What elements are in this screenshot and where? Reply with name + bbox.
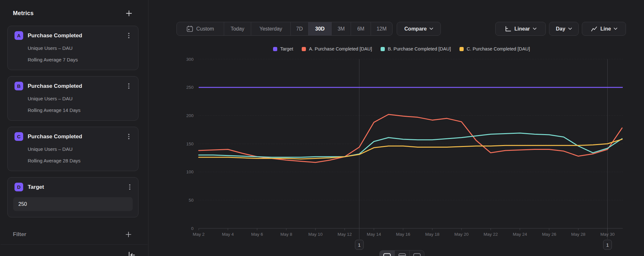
y-axis-label: 300 (186, 57, 194, 62)
chart-type-label: Line (601, 26, 611, 32)
metric-rolling-average: Rolling Average 28 Days (28, 158, 132, 163)
x-axis-label: May 28 (571, 232, 585, 237)
range-option-3m[interactable]: 3M (331, 22, 351, 35)
x-axis-label: May 12 (337, 232, 352, 237)
range-option-label: 6M (357, 26, 364, 32)
chart-type-selector-button[interactable]: Line (582, 22, 626, 36)
x-axis-label: May 10 (308, 232, 323, 237)
y-axis-label: 0 (191, 226, 194, 231)
view-toggle-table[interactable] (394, 251, 409, 256)
scale-selector-button[interactable]: Linear (495, 22, 546, 36)
sidebar-title: Metrics (13, 10, 33, 17)
x-axis-label: May 6 (251, 232, 263, 237)
x-axis-label: May 18 (425, 232, 439, 237)
x-axis-label: May 14 (367, 232, 381, 237)
x-axis-label: May 20 (454, 232, 469, 237)
metric-card-b[interactable]: B Purchase Completed Unique Users – DAU … (7, 76, 138, 121)
granularity-selector-button[interactable]: Day (549, 22, 579, 36)
kebab-menu-icon[interactable] (126, 83, 132, 89)
chevron-down-icon (614, 28, 617, 30)
compare-button[interactable]: Compare (397, 22, 441, 36)
range-option-label: Custom (196, 26, 214, 32)
range-option-label: 3M (337, 26, 345, 32)
range-option-label: 30D (315, 26, 325, 32)
target-title: Target (28, 184, 127, 190)
sidebar-header: Metrics (13, 8, 132, 19)
x-axis-label: May 8 (280, 232, 292, 237)
view-toggle-metric[interactable] (409, 251, 424, 256)
filter-section-header: Filter (13, 229, 131, 240)
metric-letter-chip: A (14, 31, 23, 40)
y-axis-label: 200 (186, 113, 194, 118)
metric-view-icon (413, 253, 421, 256)
metric-letter-chip: D (14, 183, 23, 191)
range-option-label: Yesterday (260, 26, 282, 32)
line-chart-icon (591, 26, 598, 32)
plus-icon (126, 10, 132, 16)
target-card[interactable]: D Target (7, 177, 138, 217)
metric-letter-chip: C (14, 132, 23, 141)
x-axis-label: May 24 (513, 232, 527, 237)
range-option-7d[interactable]: 7D (290, 22, 308, 35)
metric-measurement: Unique Users – DAU (28, 96, 132, 101)
metric-card-c[interactable]: C Purchase Completed Unique Users – DAU … (7, 127, 138, 171)
calendar-icon (186, 25, 193, 32)
time-range-group: CustomTodayYesterday7D30D3M6M12M (176, 22, 393, 36)
table-view-icon (398, 253, 406, 256)
range-option-6m[interactable]: 6M (351, 22, 371, 35)
x-axis-label: May 16 (396, 232, 410, 237)
series-line-a (199, 114, 622, 162)
y-axis-label: 50 (189, 198, 194, 203)
x-axis-label: May 26 (542, 232, 556, 237)
y-axis-label: 250 (186, 85, 194, 90)
view-toggle-group (379, 250, 424, 256)
sidebar-divider (1, 244, 147, 245)
chevron-down-icon (533, 28, 536, 30)
y-axis-label: 150 (186, 142, 194, 146)
range-option-30d[interactable]: 30D (308, 22, 331, 35)
range-option-label: Today (231, 26, 244, 32)
range-option-today[interactable]: Today (224, 22, 251, 35)
collapse-sidebar-button[interactable] (128, 251, 136, 256)
metric-measurement: Unique Users – DAU (28, 146, 132, 152)
y-axis-label: 100 (186, 169, 194, 174)
metric-rolling-average: Rolling Average 7 Days (28, 57, 132, 62)
x-axis-label: May 4 (222, 232, 234, 237)
metric-card-a[interactable]: A Purchase Completed Unique Users – DAU … (7, 26, 138, 70)
collapse-left-icon (128, 251, 136, 256)
kebab-menu-icon[interactable] (127, 184, 133, 190)
add-filter-button[interactable] (126, 232, 131, 237)
annotation-badge-label: 1 (358, 242, 361, 248)
chevron-down-icon (430, 28, 433, 30)
metric-rolling-average: Rolling Average 14 Days (28, 107, 132, 113)
compare-label: Compare (404, 26, 427, 32)
x-axis-label: May 30 (601, 232, 615, 237)
kebab-menu-icon[interactable] (126, 33, 132, 38)
range-option-yesterday[interactable]: Yesterday (251, 22, 290, 35)
range-option-12m[interactable]: 12M (371, 22, 392, 35)
metric-title: Purchase Completed (28, 83, 126, 89)
metric-letter-chip: B (14, 82, 23, 90)
range-option-label: 12M (376, 26, 386, 32)
range-option-custom[interactable]: Custom (177, 22, 224, 35)
metric-card-list: A Purchase Completed Unique Users – DAU … (7, 26, 138, 177)
metric-measurement: Unique Users – DAU (28, 45, 132, 51)
kebab-menu-icon[interactable] (126, 134, 132, 139)
metric-title: Purchase Completed (28, 32, 126, 39)
linear-axis-icon (505, 26, 511, 32)
line-chart[interactable]: 050100150200250300May 2May 4May 6May 8Ma… (148, 42, 644, 256)
x-axis-label: May 2 (193, 232, 205, 237)
metrics-sidebar: Metrics A Purchase Completed Unique User… (0, 0, 148, 256)
chevron-down-icon (568, 28, 572, 30)
x-axis-label: May 22 (484, 232, 498, 237)
chart-view-icon (383, 253, 391, 256)
plus-icon (126, 232, 131, 237)
filter-label: Filter (13, 231, 26, 238)
view-toggle-chart[interactable] (380, 251, 394, 256)
series-line-c (199, 139, 622, 159)
range-option-label: 7D (296, 26, 303, 32)
target-value-input[interactable] (13, 197, 133, 211)
granularity-label: Day (556, 26, 565, 32)
add-metric-button[interactable] (126, 10, 132, 16)
metric-title: Purchase Completed (28, 133, 126, 140)
